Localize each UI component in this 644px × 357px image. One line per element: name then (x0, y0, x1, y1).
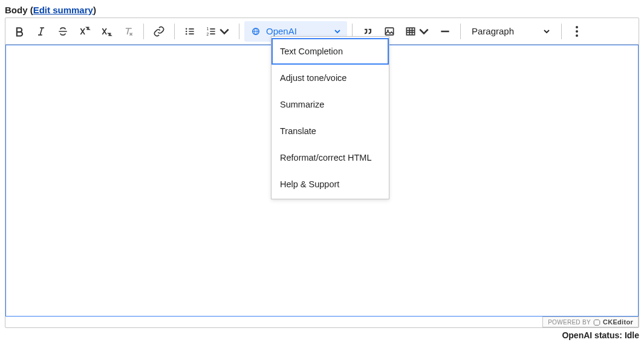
strikethrough-icon (57, 25, 69, 37)
bold-button[interactable] (9, 21, 30, 42)
table-button[interactable] (401, 21, 434, 42)
svg-point-10 (576, 30, 578, 33)
body-label: Body (5, 5, 28, 15)
svg-point-0 (186, 28, 187, 30)
superscript-button[interactable] (74, 21, 95, 42)
toolbar-separator (174, 24, 175, 39)
openai-dropdown-menu: Text Completion Adjust tone/voice Summar… (271, 36, 389, 199)
toolbar-separator (143, 24, 144, 39)
toolbar-separator (239, 24, 239, 39)
svg-point-1 (186, 30, 187, 32)
ckeditor-icon (593, 318, 600, 326)
field-label: Body (Edit summary) (5, 5, 639, 15)
link-icon (153, 25, 165, 37)
superscript-icon (79, 25, 91, 37)
subscript-icon (100, 25, 112, 37)
strikethrough-button[interactable] (53, 21, 73, 42)
openai-menu-summarize[interactable]: Summarize (272, 91, 389, 118)
horizontal-line-icon (439, 25, 451, 37)
remove-format-button[interactable] (118, 21, 138, 42)
openai-icon (250, 26, 261, 37)
numbered-list-button[interactable]: 12 (201, 21, 234, 42)
toolbar-separator (561, 24, 562, 39)
svg-text:1: 1 (207, 27, 209, 31)
heading-dropdown[interactable]: Paragraph (466, 21, 556, 42)
svg-point-2 (186, 33, 187, 34)
editor-footer: POWERED BY CKEditor (5, 317, 639, 327)
toolbar-separator (460, 24, 461, 39)
image-icon (383, 25, 395, 37)
more-options-button[interactable] (567, 21, 587, 42)
svg-rect-8 (406, 28, 414, 35)
openai-menu-text-completion[interactable]: Text Completion (272, 38, 389, 65)
bulleted-list-icon (184, 25, 196, 37)
chevron-down-icon (418, 25, 430, 37)
chevron-down-icon (218, 25, 230, 37)
table-icon (405, 25, 417, 37)
svg-point-11 (576, 34, 578, 37)
subscript-button[interactable] (96, 21, 117, 42)
horizontal-line-button[interactable] (435, 21, 455, 42)
numbered-list-icon: 12 (205, 25, 217, 37)
italic-button[interactable] (31, 21, 51, 42)
openai-menu-reformat-html[interactable]: Reformat/correct HTML (272, 144, 389, 171)
kebab-icon (576, 25, 578, 37)
powered-by-badge[interactable]: POWERED BY CKEditor (542, 317, 639, 327)
link-button[interactable] (149, 21, 169, 42)
openai-menu-adjust-tone[interactable]: Adjust tone/voice (272, 65, 389, 91)
openai-label: OpenAI (266, 26, 329, 36)
bold-icon (13, 25, 25, 37)
openai-status: OpenAI status: Idle (5, 330, 639, 340)
openai-menu-help-support[interactable]: Help & Support (272, 171, 389, 198)
chevron-down-icon (334, 28, 341, 35)
powered-by-brand: CKEditor (603, 318, 633, 326)
svg-rect-6 (385, 28, 393, 35)
edit-summary-link[interactable]: Edit summary (33, 5, 93, 15)
powered-by-label: POWERED BY (548, 319, 591, 326)
chevron-down-icon (543, 28, 550, 35)
italic-icon (35, 25, 47, 37)
heading-label: Paragraph (472, 26, 537, 36)
svg-point-9 (576, 26, 578, 28)
svg-text:2: 2 (207, 31, 209, 36)
remove-format-icon (122, 25, 134, 37)
editor: 12 OpenAI (5, 18, 639, 328)
openai-menu-translate[interactable]: Translate (272, 118, 389, 144)
blockquote-icon (362, 25, 374, 37)
bulleted-list-button[interactable] (180, 21, 200, 42)
